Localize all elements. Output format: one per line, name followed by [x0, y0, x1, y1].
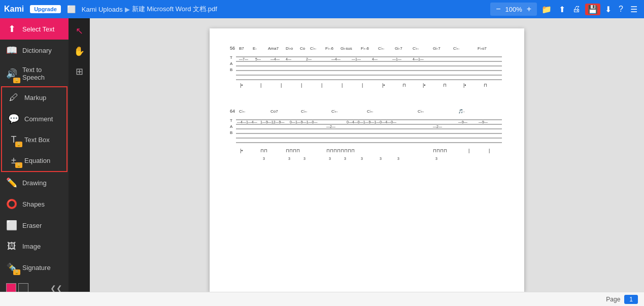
svg-text:—4—: —4— — [331, 57, 341, 61]
zoom-out-button[interactable]: − — [493, 4, 503, 15]
music-section-1: 56 B7 E- Ama7 D♭o Co C♭- F♭-6 G♭sus F♭-6… — [230, 44, 504, 91]
svg-text:|•: |• — [463, 83, 466, 88]
help-button[interactable]: ? — [616, 4, 626, 15]
svg-text:|: | — [281, 83, 282, 88]
side-hand-icon[interactable]: ✋ — [70, 43, 88, 60]
kami-logo: Kami — [4, 5, 24, 14]
comment-icon: 💬 — [8, 113, 19, 124]
svg-text:0—1—9—1—0—: 0—1—9—1—0— — [290, 120, 317, 124]
svg-text:3: 3 — [435, 157, 437, 160]
breadcrumb-uploads[interactable]: Kami Uploads — [82, 6, 123, 13]
svg-text:T: T — [230, 55, 232, 60]
zoom-in-button[interactable]: + — [524, 4, 534, 15]
sidebar-item-text-box[interactable]: T Text Box 🔒 — [2, 129, 66, 150]
sidebar: ⬆ Select Text 📖 Dictionary 🔊 Text to Spe… — [0, 18, 69, 292]
svg-text:|•: |• — [240, 148, 243, 153]
print-button[interactable]: 🖨 — [570, 4, 583, 15]
svg-text:|•: |• — [240, 83, 243, 88]
sidebar-label-eraser: Eraser — [22, 222, 42, 229]
book-icon: 📖 — [6, 45, 17, 56]
shapes-icon: ⭕ — [6, 198, 17, 210]
svg-text:4—: 4— — [372, 57, 378, 61]
sidebar-label-select-text: Select Text — [22, 25, 54, 33]
sidebar-item-markup[interactable]: 🖊 Markup — [2, 87, 66, 108]
svg-text:|•: |• — [382, 83, 385, 88]
svg-text:C♭-: C♭- — [418, 109, 424, 114]
sidebar-label-text-box: Text Box — [24, 136, 50, 144]
svg-text:F♭-6: F♭-6 — [361, 46, 369, 51]
page-number: 1 — [624, 295, 638, 304]
svg-text:E-: E- — [253, 46, 257, 51]
lock-badge-textbox: 🔒 — [15, 142, 22, 147]
svg-text:2—: 2— — [306, 57, 312, 61]
main: ⬆ Select Text 📖 Dictionary 🔊 Text to Spe… — [0, 18, 644, 292]
notation-svg-2: 64 C♭- Co7 C♭- C♭- C♭- C♭- 🎵- T A B — [230, 107, 504, 162]
svg-text:—9—: —9— — [458, 120, 467, 124]
sidebar-label-signature: Signature — [22, 264, 51, 271]
breadcrumb-sep: ▶ — [125, 6, 130, 13]
sidebar-item-shapes[interactable]: ⭕ Shapes — [0, 193, 69, 215]
svg-text:—9—: —9— — [479, 120, 488, 124]
svg-text:0—4—0—1—9—1—0—4—0—: 0—4—0—1—9—1—0—4—0— — [347, 120, 396, 124]
svg-text:B7: B7 — [239, 46, 244, 51]
svg-text:—7—: —7— — [239, 57, 248, 61]
sidebar-item-dictionary[interactable]: 📖 Dictionary — [0, 40, 69, 61]
sidebar-item-image[interactable]: 🖼 Image — [0, 236, 69, 257]
svg-text:Co: Co — [300, 46, 306, 51]
menu-button[interactable]: ☰ — [628, 4, 640, 15]
sidebar-item-comment[interactable]: 💬 Comment — [2, 108, 66, 129]
download-button[interactable]: ⬇ — [602, 4, 614, 15]
sidebar-label-markup: Markup — [24, 94, 46, 101]
sidebar-item-text-to-speech[interactable]: 🔊 Text to Speech 🔒 — [0, 61, 69, 86]
svg-text:⊓⊓⊓⊓: ⊓⊓⊓⊓ — [433, 148, 447, 153]
color-swatch-dark[interactable] — [18, 283, 28, 292]
svg-text:5—: 5— — [255, 57, 261, 61]
zoom-control[interactable]: − 100% + — [490, 3, 537, 16]
sidebar-label-shapes: Shapes — [22, 200, 45, 208]
upgrade-button[interactable]: Upgrade — [30, 5, 61, 13]
sidebar-item-equation[interactable]: ± Equation 🔒 — [2, 150, 66, 171]
svg-text:|: | — [321, 83, 322, 88]
breadcrumb: Kami Uploads ▶ 新建 Microsoft Word 文档.pdf — [82, 5, 486, 14]
collapse-button[interactable]: ❮❮ — [50, 284, 62, 292]
svg-text:|: | — [489, 148, 490, 153]
highlighter-icon: 🖊 — [8, 92, 19, 103]
svg-text:3: 3 — [303, 157, 306, 160]
svg-text:—4—1—4—: —4—1—4— — [237, 120, 257, 124]
zoom-value: 100% — [505, 6, 522, 13]
image-icon: 🖼 — [6, 241, 17, 252]
sidebar-icons: ↖ ✋ ⊞ — [69, 18, 90, 292]
svg-text:3: 3 — [380, 157, 382, 160]
svg-text:C♭-: C♭- — [367, 109, 374, 114]
svg-text:A: A — [230, 124, 233, 129]
lock-badge-signature: 🔒 — [13, 269, 20, 275]
side-cursor-icon[interactable]: ↖ — [70, 22, 88, 40]
sidebar-item-signature[interactable]: ✒️ Signature 🔒 — [0, 257, 69, 278]
open-folder-button[interactable]: 📁 — [539, 4, 554, 15]
svg-text:F♭o7: F♭o7 — [478, 46, 487, 51]
svg-text:C♭-: C♭- — [413, 46, 419, 51]
svg-text:|: | — [301, 83, 302, 88]
svg-text:C♭-: C♭- — [239, 109, 246, 114]
svg-text:T: T — [230, 118, 232, 123]
svg-text:64: 64 — [230, 109, 235, 114]
svg-text:⊓⊓: ⊓⊓ — [260, 148, 267, 153]
svg-text:⊓: ⊓ — [443, 83, 447, 88]
share-button[interactable]: ⬆ — [556, 4, 568, 15]
svg-text:|: | — [342, 83, 343, 88]
sidebar-item-select-text[interactable]: ⬆ Select Text — [0, 18, 69, 40]
color-swatch-pink[interactable] — [6, 283, 16, 292]
svg-text:C♭-: C♭- — [453, 46, 460, 51]
svg-text:D♭o: D♭o — [286, 46, 293, 51]
sidebar-item-eraser[interactable]: ⬜ Eraser — [0, 215, 69, 236]
notation-svg-1: 56 B7 E- Ama7 D♭o Co C♭- F♭-6 G♭sus F♭-6… — [230, 44, 504, 89]
svg-text:—2—: —2— — [433, 125, 442, 128]
save-button[interactable]: 💾 — [585, 4, 600, 15]
sidebar-label-comment: Comment — [24, 115, 53, 123]
sidebar-item-drawing[interactable]: ✏️ Drawing — [0, 172, 69, 193]
side-grid-icon[interactable]: ⊞ — [70, 63, 88, 80]
svg-text:Ama7: Ama7 — [268, 46, 279, 51]
lock-badge-tts: 🔒 — [13, 78, 20, 83]
svg-text:G♭7: G♭7 — [433, 46, 440, 51]
window-icon[interactable]: ⬜ — [65, 4, 78, 14]
